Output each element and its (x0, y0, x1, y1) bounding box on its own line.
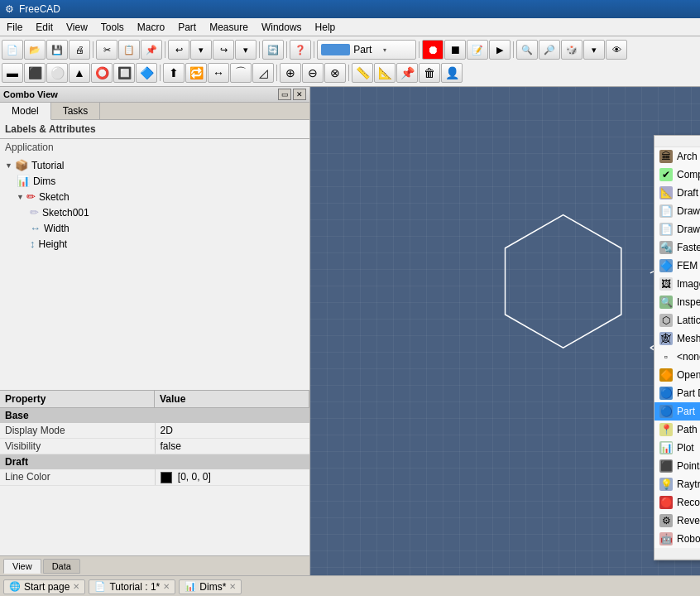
menu-windows[interactable]: Windows (255, 18, 309, 36)
sphere-button[interactable]: ⚪ (46, 63, 68, 83)
dd-lattice2[interactable]: ⬡ Lattice2 (654, 311, 700, 329)
dd-openscad[interactable]: 🔶 OpenSCAD (654, 366, 700, 384)
stdview-button[interactable]: 👁 (606, 40, 627, 60)
dropdown-scroll-up[interactable]: ▲ (654, 136, 700, 147)
menu-file[interactable]: File (0, 18, 29, 36)
menu-macro[interactable]: Macro (131, 18, 171, 36)
status-tab-startpage[interactable]: 🌐 Start page ✕ (3, 579, 85, 594)
box-button[interactable]: ▬ (2, 63, 23, 83)
redo-drop[interactable]: ▾ (235, 40, 257, 60)
cut-button[interactable]: ✂ (96, 40, 117, 60)
extrude-button[interactable]: ⬆ (163, 63, 185, 83)
redo-button[interactable]: ↪ (213, 40, 234, 60)
menu-help[interactable]: Help (309, 18, 343, 36)
dd-mesh[interactable]: 🕸 Mesh Design (654, 329, 700, 348)
measure-clr[interactable]: 🗑 (419, 63, 440, 83)
measure-ang[interactable]: 📐 (374, 63, 396, 83)
bot-tab-view[interactable]: View (3, 559, 41, 574)
undo-drop[interactable]: ▾ (190, 40, 212, 60)
toolbar-area: 📄 📂 💾 🖨 ✂ 📋 📌 ↩ ▾ ↪ ▾ 🔄 ❓ Part ▾ ⏺ ⏹ 📝 ▶… (0, 36, 700, 87)
prop-visibility-value[interactable]: false (156, 439, 310, 454)
tree-sketch001[interactable]: ✏ Sketch001 (0, 204, 309, 220)
dd-fem[interactable]: 🔷 FEM (654, 257, 700, 275)
paste-button[interactable]: 📌 (141, 40, 162, 60)
dd-draft[interactable]: 📐 Draft (654, 184, 700, 202)
revolve-button[interactable]: 🔁 (185, 63, 207, 83)
dd-drawing[interactable]: 📄 Drawing (654, 220, 700, 238)
cylinder-button[interactable]: ⬛ (24, 63, 46, 83)
dd-reveng[interactable]: ⚙ Reverse Engineering (654, 512, 700, 530)
dd-complete[interactable]: ✔ Complete (654, 166, 700, 184)
script-button[interactable]: 📝 (467, 40, 488, 60)
dd-raytracing[interactable]: 💡 Raytracing (654, 475, 700, 493)
record-button[interactable]: ⏺ (422, 40, 443, 60)
dd-fasteners[interactable]: 🔩 Fasteners (654, 238, 700, 257)
dd-path[interactable]: 📍 Path (654, 421, 700, 439)
view-drop[interactable]: ▾ (583, 40, 605, 60)
refresh-button[interactable]: 🔄 (262, 40, 284, 60)
tree-height[interactable]: ↕ Height (0, 236, 309, 252)
menu-view[interactable]: View (60, 18, 94, 36)
cone-button[interactable]: ▲ (69, 63, 90, 83)
dd-points[interactable]: ⬛ Points (654, 457, 700, 475)
menu-measure[interactable]: Measure (203, 18, 255, 36)
torus-button[interactable]: ⭕ (91, 63, 113, 83)
open-button[interactable]: 📂 (24, 40, 46, 60)
measure-ref[interactable]: 📌 (396, 63, 418, 83)
bool-union[interactable]: ⊕ (280, 63, 301, 83)
status-tab-tutorial[interactable]: 📄 Tutorial : 1* ✕ (89, 579, 175, 594)
prop-display-mode-value[interactable]: 2D (156, 423, 310, 438)
new-button[interactable]: 📄 (2, 40, 23, 60)
fillet-button[interactable]: ⌒ (230, 63, 252, 83)
workbench-dropdown[interactable]: Part ▾ (317, 40, 416, 60)
menu-tools[interactable]: Tools (94, 18, 131, 36)
dd-partdesign[interactable]: 🔵 Part Design (654, 384, 700, 402)
bot-tab-data[interactable]: Data (43, 559, 80, 574)
dd-robot[interactable]: 🤖 Robot (654, 530, 700, 548)
dd-plot[interactable]: 📊 Plot (654, 439, 700, 457)
dropdown-scroll-down[interactable]: ▼ (654, 548, 700, 560)
save-button[interactable]: 💾 (46, 40, 68, 60)
tab-tasks[interactable]: Tasks (51, 103, 101, 119)
tree-width[interactable]: ↔ Width (0, 220, 309, 236)
user-button[interactable]: 👤 (441, 63, 463, 83)
cv-close[interactable]: ✕ (293, 89, 306, 100)
status-tab-dims[interactable]: 📊 Dims* ✕ (179, 579, 242, 594)
print-button[interactable]: 🖨 (69, 40, 90, 60)
tree-tutorial[interactable]: ▼ 📦 Tutorial (0, 157, 309, 173)
prop-row-visibility: Visibility false (0, 439, 309, 454)
undo-button[interactable]: ↩ (168, 40, 189, 60)
tube-button[interactable]: 🔲 (113, 63, 135, 83)
tree-dims[interactable]: 📊 Dims (0, 173, 309, 189)
bool-cut[interactable]: ⊖ (302, 63, 324, 83)
measure-lin[interactable]: 📏 (352, 63, 373, 83)
chamfer-button[interactable]: ◿ (252, 63, 274, 83)
dd-none[interactable]: ▫ <none> (654, 348, 700, 366)
dd-reconstruction[interactable]: 🔴 Reconstruction (654, 493, 700, 512)
menu-part[interactable]: Part (171, 18, 203, 36)
dd-inspection[interactable]: 🔍 Inspection (654, 293, 700, 311)
part2d-button[interactable]: 🔷 (136, 63, 157, 83)
tab-model[interactable]: Model (0, 103, 51, 120)
menu-edit[interactable]: Edit (29, 18, 60, 36)
zoom-in-button[interactable]: 🔍 (516, 40, 538, 60)
dd-image[interactable]: 🖼 Image (654, 275, 700, 293)
stop-button[interactable]: ⏹ (444, 40, 466, 60)
workbench-arrow: ▾ (383, 46, 412, 54)
dd-drawing-dim[interactable]: 📄 Drawing ...nsioning (654, 202, 700, 220)
play-button[interactable]: ▶ (489, 40, 511, 60)
help-button[interactable]: ❓ (290, 40, 311, 60)
dims-close[interactable]: ✕ (229, 582, 236, 591)
prop-linecolor-value[interactable]: [0, 0, 0] (156, 469, 310, 485)
view3d-button[interactable]: 🎲 (561, 40, 583, 60)
zoom-fit-button[interactable]: 🔎 (539, 40, 560, 60)
tutorial-close[interactable]: ✕ (163, 582, 170, 591)
tree-sketch[interactable]: ▼ ✏ Sketch (0, 189, 309, 204)
startpage-close[interactable]: ✕ (73, 582, 79, 591)
copy-button[interactable]: 📋 (118, 40, 140, 60)
bool-int[interactable]: ⊗ (324, 63, 346, 83)
mirror-button[interactable]: ↔ (208, 63, 229, 83)
dd-arch[interactable]: 🏛 Arch (654, 147, 700, 166)
dd-part[interactable]: 🔵 Part (654, 402, 700, 421)
cv-restore[interactable]: ▭ (278, 89, 291, 100)
